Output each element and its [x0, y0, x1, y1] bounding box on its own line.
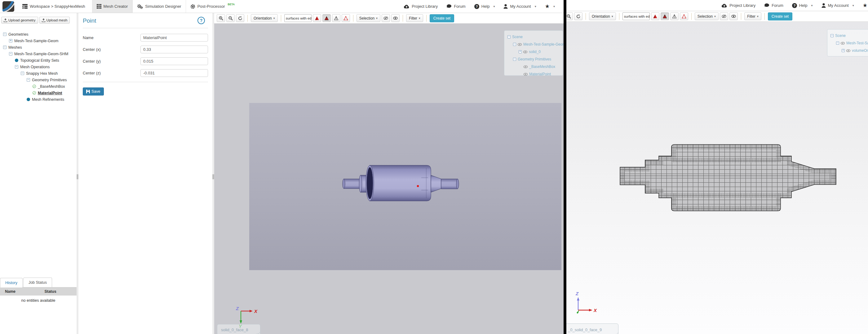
zoom-out-button[interactable] — [566, 12, 573, 20]
tree-item-geometry-primitives[interactable]: Geometry Primitives — [0, 77, 76, 83]
scene-item-geom[interactable]: Mesh-Test-Sample-Geom — [513, 41, 561, 48]
render-solid-button[interactable] — [313, 14, 321, 22]
project-library-link[interactable]: Project Library — [717, 0, 760, 11]
hovered-face-label[interactable]: solid_0_face_8 — [217, 324, 260, 334]
scene-item-basemeshbox[interactable]: _BaseMeshBox — [524, 63, 561, 70]
tree-item-meshes[interactable]: Meshes — [0, 44, 76, 51]
upload-geometry-button[interactable]: Upload geometry — [1, 17, 38, 24]
tab-mesh-creator[interactable]: Mesh Creator — [92, 0, 133, 13]
my-account-menu[interactable]: My Account — [817, 0, 858, 11]
collapse-icon[interactable] — [9, 52, 12, 56]
filter-dropdown[interactable]: Filter — [744, 12, 762, 20]
render-solid-button[interactable] — [651, 12, 659, 20]
center-y-field[interactable] — [141, 57, 208, 65]
tab-simulation-designer[interactable]: Simulation Designer — [132, 0, 185, 13]
tab-post-processor[interactable]: Post-Processor BETA — [186, 0, 239, 13]
tree-item-mesh-operations[interactable]: Mesh Operations — [0, 64, 76, 70]
render-wireframe-button[interactable] — [670, 12, 679, 20]
tab-job-status[interactable]: Job Status — [23, 278, 52, 287]
resize-handle[interactable] — [614, 333, 618, 334]
collapse-icon[interactable] — [836, 41, 839, 45]
eye-icon[interactable] — [524, 65, 528, 68]
name-field[interactable] — [141, 34, 208, 41]
selection-dropdown[interactable]: Selection — [695, 12, 719, 20]
favorites-menu[interactable] — [858, 0, 868, 11]
3d-viewport-left[interactable]: Scene Mesh-Test-Sample-Geom solid_0 Geom… — [214, 24, 564, 334]
collapse-icon[interactable] — [27, 78, 30, 82]
collapse-icon[interactable] — [513, 58, 516, 61]
eye-icon[interactable] — [518, 43, 522, 46]
hovered-face-label[interactable]: _0_solid_0_face_9 — [566, 324, 618, 334]
render-wireframe-button[interactable] — [332, 14, 340, 22]
show-all-button[interactable] — [730, 12, 738, 20]
collapse-icon[interactable] — [513, 43, 516, 46]
render-points-button[interactable] — [342, 14, 350, 22]
scene-item-scene[interactable]: Scene — [507, 33, 561, 41]
help-menu[interactable]: ? Help — [788, 0, 817, 11]
my-account-menu[interactable]: My Account — [499, 0, 540, 13]
center-z-field[interactable] — [141, 69, 208, 77]
tree-item-mesh-refinements[interactable]: Mesh Refinements — [0, 96, 76, 103]
forum-link[interactable]: Forum — [442, 0, 470, 13]
collapse-icon[interactable] — [21, 72, 24, 75]
orientation-dropdown[interactable]: Orientation — [589, 12, 616, 20]
filter-dropdown[interactable]: Filter — [406, 14, 423, 22]
tree-item-geom-shm[interactable]: Mesh-Test-Sample-Geom-SHM — [0, 51, 76, 57]
save-button[interactable]: Save — [83, 87, 104, 95]
tree-item-geom[interactable]: Mesh-Test-Sample-Geom — [0, 37, 76, 44]
display-mode-select[interactable]: surfaces with edg — [284, 14, 312, 22]
resize-handle[interactable] — [256, 332, 260, 334]
selection-dropdown[interactable]: Selection — [356, 14, 380, 22]
workspace-breadcrumb[interactable]: Workspace > SnappyHexMesh — [18, 0, 90, 13]
scene-item-volume[interactable]: volumeOnGeo — [842, 47, 868, 54]
upload-mesh-button[interactable]: Upload mesh — [39, 17, 70, 24]
tree-item-geometries[interactable]: Geometries — [0, 31, 76, 37]
collapse-icon[interactable] — [507, 35, 510, 38]
hide-selected-button[interactable] — [382, 14, 390, 22]
hex-mesh-geometry[interactable] — [566, 22, 868, 334]
collapse-icon[interactable] — [15, 65, 18, 68]
collapse-icon[interactable] — [831, 34, 834, 37]
collapse-icon[interactable] — [3, 45, 6, 49]
eye-icon[interactable] — [846, 49, 850, 52]
render-surfaces-edges-button[interactable] — [322, 14, 331, 22]
3d-viewport-right[interactable]: Scene Mesh-Test-Sample volumeOnGeo Z X _… — [566, 22, 868, 334]
tree-item-materialpoint[interactable]: MaterialPoint — [0, 90, 76, 96]
eye-icon[interactable] — [841, 42, 845, 45]
render-surfaces-edges-button[interactable] — [661, 12, 669, 20]
help-menu[interactable]: ? Help — [470, 0, 499, 13]
splitter-grip[interactable] — [213, 174, 214, 179]
project-library-link[interactable]: Project Library — [399, 0, 442, 13]
hide-selected-button[interactable] — [720, 12, 728, 20]
refresh-button[interactable] — [236, 14, 244, 22]
eye-icon[interactable] — [524, 73, 528, 76]
display-mode-select[interactable]: surfaces with edg — [622, 12, 650, 20]
scene-item-scene[interactable]: Scene — [831, 32, 868, 39]
expand-icon[interactable] — [9, 39, 12, 42]
app-logo[interactable] — [2, 1, 14, 12]
expand-icon[interactable] — [519, 50, 522, 53]
tree-item-basemeshbox[interactable]: _BaseMeshBox — [0, 83, 76, 90]
scene-item-materialpoint[interactable]: MaterialPoint — [524, 70, 561, 78]
expand-icon[interactable] — [842, 49, 845, 52]
collapse-icon[interactable] — [3, 33, 6, 36]
refresh-button[interactable] — [574, 12, 583, 20]
show-all-button[interactable] — [391, 14, 400, 22]
scene-item-geometry-primitives[interactable]: Geometry Primitives — [513, 56, 561, 63]
create-set-button[interactable]: Create set — [768, 12, 793, 21]
scene-item-mesh[interactable]: Mesh-Test-Sample — [836, 39, 868, 47]
favorites-menu[interactable] — [540, 0, 564, 13]
zoom-out-button[interactable] — [226, 14, 235, 22]
forum-link[interactable]: Forum — [760, 0, 788, 11]
center-x-field[interactable] — [141, 45, 208, 53]
scene-item-solid0[interactable]: solid_0 — [519, 48, 561, 56]
create-set-button[interactable]: Create set — [430, 14, 454, 22]
eye-icon[interactable] — [523, 51, 527, 53]
tree-item-topological-entity-sets[interactable]: Topological Entity Sets — [0, 57, 76, 64]
splitter-grip[interactable] — [77, 174, 78, 179]
tab-history[interactable]: History — [0, 278, 23, 287]
zoom-in-button[interactable] — [217, 14, 225, 22]
tree-item-snappy-hex-mesh[interactable]: Snappy Hex Mesh — [0, 70, 76, 77]
help-button[interactable]: ? — [197, 17, 205, 24]
orientation-dropdown[interactable]: Orientation — [251, 14, 278, 22]
